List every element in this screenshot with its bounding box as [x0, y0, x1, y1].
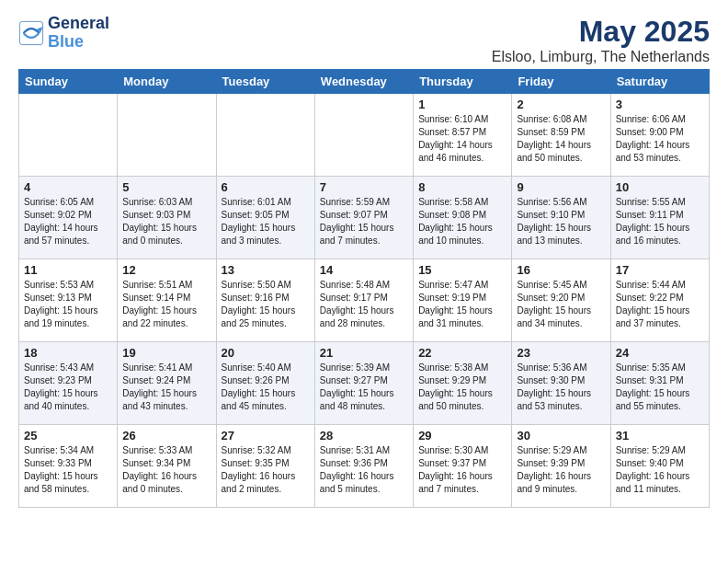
- calendar-cell: 11Sunrise: 5:53 AMSunset: 9:13 PMDayligh…: [19, 259, 118, 342]
- day-info: Sunrise: 5:33 AMSunset: 9:34 PMDaylight:…: [122, 444, 210, 496]
- day-number: 22: [418, 346, 506, 360]
- calendar-cell: 16Sunrise: 5:45 AMSunset: 9:20 PMDayligh…: [512, 259, 610, 342]
- day-number: 10: [616, 180, 704, 194]
- day-number: 17: [616, 263, 704, 277]
- calendar-cell: 6Sunrise: 6:01 AMSunset: 9:05 PMDaylight…: [216, 177, 314, 259]
- day-info: Sunrise: 6:05 AMSunset: 9:02 PMDaylight:…: [24, 196, 112, 247]
- day-number: 20: [222, 346, 310, 360]
- day-info: Sunrise: 5:53 AMSunset: 9:13 PMDaylight:…: [24, 279, 112, 330]
- day-info: Sunrise: 5:50 AMSunset: 9:16 PMDaylight:…: [222, 279, 310, 330]
- calendar-cell: 30Sunrise: 5:29 AMSunset: 9:39 PMDayligh…: [512, 425, 610, 508]
- day-number: 12: [122, 263, 210, 277]
- day-info: Sunrise: 5:44 AMSunset: 9:22 PMDaylight:…: [616, 279, 704, 330]
- day-info: Sunrise: 6:10 AMSunset: 8:57 PMDaylight:…: [418, 113, 506, 165]
- calendar-cell: 23Sunrise: 5:36 AMSunset: 9:30 PMDayligh…: [512, 342, 610, 425]
- day-info: Sunrise: 5:39 AMSunset: 9:27 PMDaylight:…: [320, 362, 408, 413]
- day-number: 8: [418, 180, 506, 194]
- day-number: 24: [616, 346, 704, 360]
- calendar-cell: 10Sunrise: 5:55 AMSunset: 9:11 PMDayligh…: [610, 177, 709, 259]
- calendar-cell: 5Sunrise: 6:03 AMSunset: 9:03 PMDaylight…: [118, 177, 216, 259]
- header: General Blue May 2025 Elsloo, Limburg, T…: [18, 15, 710, 65]
- month-title: May 2025: [492, 15, 710, 49]
- calendar-cell: 14Sunrise: 5:48 AMSunset: 9:17 PMDayligh…: [314, 259, 413, 342]
- location-title: Elsloo, Limburg, The Netherlands: [492, 49, 710, 65]
- day-number: 2: [517, 98, 605, 111]
- day-info: Sunrise: 5:51 AMSunset: 9:14 PMDaylight:…: [122, 279, 210, 330]
- day-info: Sunrise: 5:35 AMSunset: 9:31 PMDaylight:…: [616, 362, 704, 413]
- weekday-header-sunday: Sunday: [19, 70, 118, 94]
- title-area: May 2025 Elsloo, Limburg, The Netherland…: [492, 15, 710, 65]
- day-info: Sunrise: 6:06 AMSunset: 9:00 PMDaylight:…: [616, 113, 704, 165]
- weekday-header-wednesday: Wednesday: [314, 70, 413, 94]
- day-info: Sunrise: 6:03 AMSunset: 9:03 PMDaylight:…: [122, 196, 210, 247]
- calendar-cell: 12Sunrise: 5:51 AMSunset: 9:14 PMDayligh…: [118, 259, 216, 342]
- weekday-header-thursday: Thursday: [414, 70, 512, 94]
- day-info: Sunrise: 5:36 AMSunset: 9:30 PMDaylight:…: [517, 362, 605, 413]
- calendar-cell: 22Sunrise: 5:38 AMSunset: 9:29 PMDayligh…: [414, 342, 512, 425]
- day-number: 23: [517, 346, 605, 360]
- day-number: 19: [122, 346, 210, 360]
- logo: General Blue: [18, 15, 109, 52]
- calendar-cell: 18Sunrise: 5:43 AMSunset: 9:23 PMDayligh…: [19, 342, 118, 425]
- day-number: 25: [24, 429, 112, 442]
- weekday-header-row: SundayMondayTuesdayWednesdayThursdayFrid…: [19, 70, 710, 94]
- calendar-cell: 24Sunrise: 5:35 AMSunset: 9:31 PMDayligh…: [610, 342, 709, 425]
- day-number: 30: [517, 429, 605, 442]
- day-info: Sunrise: 6:01 AMSunset: 9:05 PMDaylight:…: [222, 196, 310, 247]
- calendar-cell: 15Sunrise: 5:47 AMSunset: 9:19 PMDayligh…: [414, 259, 512, 342]
- week-row-2: 4Sunrise: 6:05 AMSunset: 9:02 PMDaylight…: [19, 177, 710, 259]
- day-number: 3: [616, 98, 704, 111]
- calendar-cell: 28Sunrise: 5:31 AMSunset: 9:36 PMDayligh…: [314, 425, 413, 508]
- day-info: Sunrise: 5:41 AMSunset: 9:24 PMDaylight:…: [122, 362, 210, 413]
- day-number: 15: [418, 263, 506, 277]
- calendar-cell: 7Sunrise: 5:59 AMSunset: 9:07 PMDaylight…: [314, 177, 413, 259]
- day-number: 9: [517, 180, 605, 194]
- week-row-3: 11Sunrise: 5:53 AMSunset: 9:13 PMDayligh…: [19, 259, 710, 342]
- weekday-header-tuesday: Tuesday: [216, 70, 314, 94]
- week-row-4: 18Sunrise: 5:43 AMSunset: 9:23 PMDayligh…: [19, 342, 710, 425]
- calendar-cell: [216, 94, 314, 177]
- calendar-cell: 29Sunrise: 5:30 AMSunset: 9:37 PMDayligh…: [414, 425, 512, 508]
- calendar-cell: 1Sunrise: 6:10 AMSunset: 8:57 PMDaylight…: [414, 94, 512, 177]
- day-number: 5: [122, 180, 210, 194]
- day-info: Sunrise: 5:56 AMSunset: 9:10 PMDaylight:…: [517, 196, 605, 247]
- day-number: 6: [222, 180, 310, 194]
- day-number: 16: [517, 263, 605, 277]
- day-info: Sunrise: 5:55 AMSunset: 9:11 PMDaylight:…: [616, 196, 704, 247]
- logo-text: General Blue: [48, 15, 109, 52]
- svg-rect-0: [19, 21, 42, 44]
- day-info: Sunrise: 6:08 AMSunset: 8:59 PMDaylight:…: [517, 113, 605, 165]
- day-number: 7: [320, 180, 408, 194]
- calendar-cell: [19, 94, 118, 177]
- weekday-header-saturday: Saturday: [610, 70, 709, 94]
- calendar-cell: 2Sunrise: 6:08 AMSunset: 8:59 PMDaylight…: [512, 94, 610, 177]
- day-number: 4: [24, 180, 112, 194]
- day-number: 26: [122, 429, 210, 442]
- day-number: 1: [418, 98, 506, 111]
- weekday-header-friday: Friday: [512, 70, 610, 94]
- day-number: 13: [222, 263, 310, 277]
- weekday-header-monday: Monday: [118, 70, 216, 94]
- week-row-1: 1Sunrise: 6:10 AMSunset: 8:57 PMDaylight…: [19, 94, 710, 177]
- calendar-cell: 27Sunrise: 5:32 AMSunset: 9:35 PMDayligh…: [216, 425, 314, 508]
- day-number: 21: [320, 346, 408, 360]
- day-info: Sunrise: 5:48 AMSunset: 9:17 PMDaylight:…: [320, 279, 408, 330]
- day-info: Sunrise: 5:38 AMSunset: 9:29 PMDaylight:…: [418, 362, 506, 413]
- day-info: Sunrise: 5:43 AMSunset: 9:23 PMDaylight:…: [24, 362, 112, 413]
- calendar-cell: [118, 94, 216, 177]
- calendar-cell: 3Sunrise: 6:06 AMSunset: 9:00 PMDaylight…: [610, 94, 709, 177]
- day-number: 27: [222, 429, 310, 442]
- day-info: Sunrise: 5:34 AMSunset: 9:33 PMDaylight:…: [24, 444, 112, 496]
- day-info: Sunrise: 5:30 AMSunset: 9:37 PMDaylight:…: [418, 444, 506, 496]
- day-info: Sunrise: 5:31 AMSunset: 9:36 PMDaylight:…: [320, 444, 408, 496]
- day-info: Sunrise: 5:29 AMSunset: 9:39 PMDaylight:…: [517, 444, 605, 496]
- day-number: 14: [320, 263, 408, 277]
- calendar-cell: [314, 94, 413, 177]
- day-info: Sunrise: 5:40 AMSunset: 9:26 PMDaylight:…: [222, 362, 310, 413]
- calendar: SundayMondayTuesdayWednesdayThursdayFrid…: [18, 69, 710, 508]
- day-number: 31: [616, 429, 704, 442]
- week-row-5: 25Sunrise: 5:34 AMSunset: 9:33 PMDayligh…: [19, 425, 710, 508]
- calendar-cell: 25Sunrise: 5:34 AMSunset: 9:33 PMDayligh…: [19, 425, 118, 508]
- calendar-cell: 9Sunrise: 5:56 AMSunset: 9:10 PMDaylight…: [512, 177, 610, 259]
- calendar-cell: 20Sunrise: 5:40 AMSunset: 9:26 PMDayligh…: [216, 342, 314, 425]
